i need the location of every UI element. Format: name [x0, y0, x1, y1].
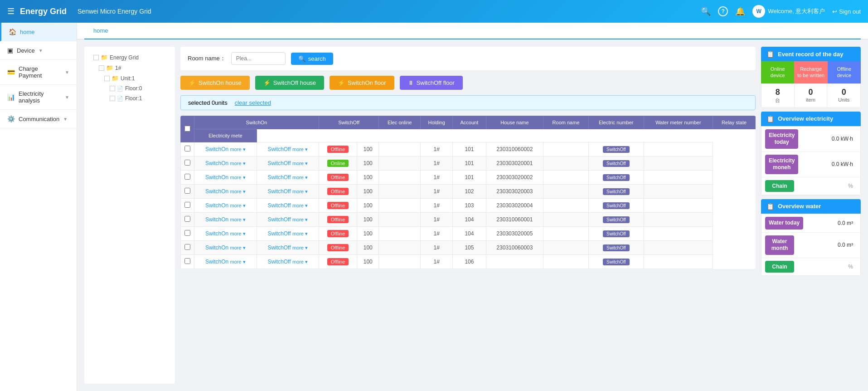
more-dropdown[interactable]: more ▾: [292, 217, 308, 222]
tree-checkbox[interactable]: [110, 86, 115, 91]
more-dropdown[interactable]: more ▾: [292, 231, 308, 236]
bell-icon[interactable]: 🔔: [735, 6, 745, 16]
tree-checkbox[interactable]: [99, 65, 104, 71]
more-dropdown[interactable]: more ▾: [230, 147, 246, 152]
tree-item-energy-grid[interactable]: 📁 Energy Grid: [88, 52, 171, 63]
more-dropdown[interactable]: more ▾: [292, 203, 308, 208]
row-checkbox[interactable]: [184, 216, 190, 222]
switchon-link[interactable]: SwitchOn: [205, 174, 228, 181]
select-all-checkbox[interactable]: [184, 126, 190, 132]
sidebar-item-home[interactable]: 🏠 home: [0, 23, 77, 41]
tree-item-1hash[interactable]: 📁 1#: [88, 63, 171, 73]
more-dropdown[interactable]: more ▾: [292, 175, 308, 180]
relay-switchoff-button[interactable]: SwitchOff: [603, 259, 630, 265]
sidebar-item-charge[interactable]: 💳 Charge Payment ▼: [0, 60, 77, 85]
switchoff-link[interactable]: SwitchOff: [267, 146, 291, 152]
relay-switchoff-button[interactable]: SwitchOff: [603, 160, 630, 167]
relay-switchoff-button[interactable]: SwitchOff: [603, 174, 630, 181]
switchoff-house-button[interactable]: ⚡ SwitchOff house: [255, 76, 324, 90]
more-dropdown[interactable]: more ▾: [230, 189, 246, 194]
house-name-cell: 1#: [421, 156, 453, 171]
more-dropdown[interactable]: more ▾: [292, 245, 308, 250]
switchon-link[interactable]: SwitchOn: [205, 244, 228, 251]
switchon-link[interactable]: SwitchOn: [205, 160, 228, 166]
switchon-link[interactable]: SwitchOn: [205, 216, 228, 223]
switchon-cell: SwitchOn more ▾: [194, 171, 257, 185]
switchon-link[interactable]: SwitchOn: [205, 259, 228, 265]
hamburger-icon[interactable]: ☰: [7, 6, 15, 16]
more-dropdown[interactable]: more ▾: [292, 161, 308, 166]
tree-checkbox[interactable]: [110, 96, 115, 101]
more-dropdown[interactable]: more ▾: [292, 259, 308, 264]
relay-state-cell: SwitchOff: [589, 156, 644, 171]
switchoff-link[interactable]: SwitchOff: [267, 216, 291, 223]
elec-online-cell: Offline: [319, 185, 357, 199]
event-col-recharge: Recharge to be written: [794, 61, 827, 83]
row-checkbox[interactable]: [184, 202, 190, 208]
more-dropdown[interactable]: more ▾: [230, 161, 246, 166]
search-input[interactable]: [231, 52, 286, 65]
more-dropdown[interactable]: more ▾: [230, 231, 246, 236]
sidebar: 🏠 home ▣ Device ▼ 💳 Charge Payment ▼ 📊 E…: [0, 23, 77, 391]
relay-switchoff-button[interactable]: SwitchOff: [603, 146, 630, 153]
switchoff-link[interactable]: SwitchOff: [267, 160, 291, 166]
relay-switchoff-button[interactable]: SwitchOff: [603, 216, 630, 223]
elec-online-cell: Offline: [319, 241, 357, 255]
tab-home[interactable]: home: [84, 23, 861, 39]
tree-item-unit1[interactable]: 📁 Unit:1: [88, 73, 171, 83]
row-checkbox[interactable]: [184, 230, 190, 236]
help-icon[interactable]: ?: [718, 6, 728, 16]
more-dropdown[interactable]: more ▾: [230, 217, 246, 222]
switchon-link[interactable]: SwitchOn: [205, 202, 228, 209]
more-dropdown[interactable]: more ▾: [292, 147, 308, 152]
switchon-link[interactable]: SwitchOn: [205, 188, 228, 195]
signout-button[interactable]: ↩ Sign out: [832, 8, 861, 15]
search-btn-icon: 🔍: [298, 55, 305, 62]
switchoff-link[interactable]: SwitchOff: [267, 188, 291, 195]
search-btn-label: search: [308, 55, 326, 62]
more-dropdown[interactable]: more ▾: [230, 175, 246, 180]
account-cell: [379, 199, 421, 213]
more-dropdown[interactable]: more ▾: [292, 189, 308, 194]
table-row: SwitchOn more ▾ SwitchOff more ▾ Offline…: [181, 185, 756, 199]
water-meter-cell: [543, 171, 589, 185]
more-dropdown[interactable]: more ▾: [230, 203, 246, 208]
electric-number-cell: 230310060002: [486, 142, 543, 156]
switchoff-link[interactable]: SwitchOff: [267, 230, 291, 237]
switchoff-link[interactable]: SwitchOff: [267, 259, 291, 265]
row-checkbox[interactable]: [184, 174, 190, 180]
relay-switchoff-button[interactable]: SwitchOff: [603, 244, 630, 251]
tree-item-floor0[interactable]: 📄 Floor:0: [88, 83, 171, 93]
tree-checkbox[interactable]: [104, 76, 110, 81]
relay-switchoff-button[interactable]: SwitchOff: [603, 202, 630, 209]
search-icon[interactable]: 🔍: [701, 6, 711, 16]
switchoff-floor-button[interactable]: ⏸ SwitchOff floor: [400, 76, 463, 90]
switchon-house-button[interactable]: ⚡ SwitchOn house: [180, 76, 250, 90]
tree-checkbox[interactable]: [93, 55, 99, 60]
row-checkbox[interactable]: [184, 244, 190, 250]
more-dropdown[interactable]: more ▾: [230, 259, 246, 264]
row-checkbox[interactable]: [184, 258, 190, 264]
sidebar-item-electricity[interactable]: 📊 Electricity analysis ▼: [0, 85, 77, 110]
switchoff-link[interactable]: SwitchOff: [267, 174, 291, 181]
switchoff-link[interactable]: SwitchOff: [267, 244, 291, 251]
elec-today-label: Electricity today: [765, 129, 798, 149]
clear-selected-button[interactable]: clear selected: [235, 99, 271, 106]
row-checkbox[interactable]: [184, 146, 190, 152]
switchon-link[interactable]: SwitchOn: [205, 230, 228, 237]
more-dropdown[interactable]: more ▾: [230, 245, 246, 250]
switchon-floor-button[interactable]: ⚡ SwitchOn floor: [330, 76, 394, 90]
lightning-icon: ⚡: [189, 79, 196, 86]
tree-item-floor1[interactable]: 📄 Floor:1: [88, 93, 171, 103]
switchon-link[interactable]: SwitchOn: [205, 146, 228, 152]
row-checkbox[interactable]: [184, 188, 190, 194]
right-content: Room name： 🔍 search ⚡ SwitchOn house ⚡: [180, 47, 756, 384]
relay-switchoff-button[interactable]: SwitchOff: [603, 230, 630, 237]
sidebar-item-device[interactable]: ▣ Device ▼: [0, 41, 77, 60]
row-checkbox[interactable]: [184, 160, 190, 166]
sidebar-item-communication[interactable]: ⚙️ Communication ▼: [0, 110, 77, 128]
relay-switchoff-button[interactable]: SwitchOff: [603, 188, 630, 195]
search-button[interactable]: 🔍 search: [291, 53, 333, 65]
electricity-meter-cell: [644, 142, 713, 156]
switchoff-link[interactable]: SwitchOff: [267, 202, 291, 209]
